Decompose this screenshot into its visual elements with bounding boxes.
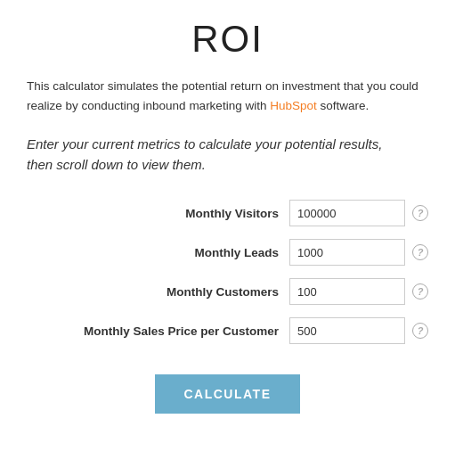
page-container: ROI This calculator simulates the potent… [0, 0, 455, 476]
monthly-customers-label: Monthly Customers [167, 285, 279, 299]
monthly-sales-price-help-icon[interactable]: ? [412, 323, 428, 339]
monthly-leads-input[interactable] [289, 239, 405, 266]
monthly-customers-help-icon[interactable]: ? [412, 283, 428, 300]
description: This calculator simulates the potential … [27, 77, 428, 115]
title-section: ROI [27, 18, 428, 61]
monthly-visitors-help-icon[interactable]: ? [412, 205, 428, 221]
subtitle-line2: then scroll down to view them. [27, 157, 206, 172]
monthly-customers-input[interactable] [289, 278, 405, 305]
page-title: ROI [27, 18, 428, 61]
hubspot-link[interactable]: HubSpot [270, 99, 317, 112]
form-row-monthly-leads: Monthly Leads ? [27, 239, 428, 266]
monthly-sales-price-label: Monthly Sales Price per Customer [84, 324, 279, 338]
monthly-visitors-input[interactable] [289, 200, 405, 226]
form-row-monthly-visitors: Monthly Visitors ? [27, 200, 428, 226]
monthly-sales-price-input[interactable] [289, 317, 405, 344]
subtitle-line1: Enter your current metrics to calculate … [27, 136, 382, 152]
description-text-2: software. [317, 99, 370, 112]
calculate-button[interactable]: CALCULATE [155, 374, 299, 414]
monthly-leads-help-icon[interactable]: ? [412, 244, 428, 260]
form-row-monthly-customers: Monthly Customers ? [27, 278, 428, 305]
form-row-monthly-sales-price: Monthly Sales Price per Customer ? [27, 317, 428, 344]
subtitle: Enter your current metrics to calculate … [27, 135, 428, 175]
monthly-leads-label: Monthly Leads [194, 246, 279, 259]
monthly-visitors-label: Monthly Visitors [185, 207, 279, 220]
form-section: Monthly Visitors ? Monthly Leads ? Month… [27, 200, 428, 357]
